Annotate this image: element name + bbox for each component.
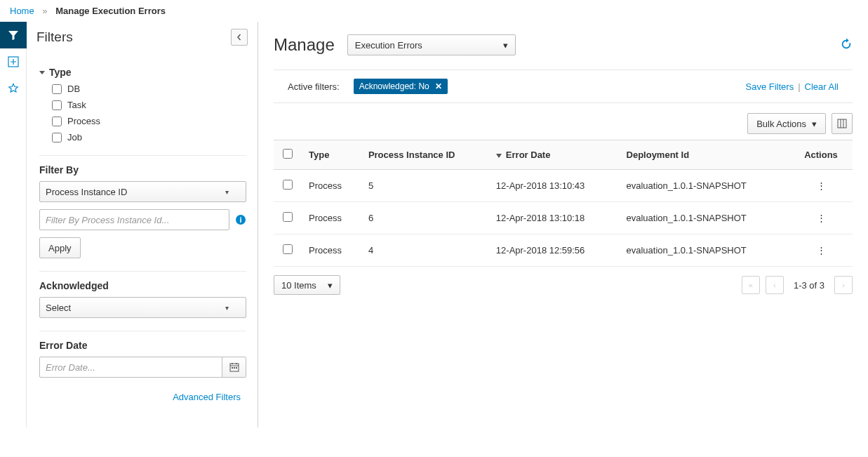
info-icon[interactable]: i [235, 214, 246, 225]
active-filters-label: Active filters: [288, 81, 340, 92]
errordate-input[interactable] [39, 357, 222, 378]
pager-prev-button[interactable]: ‹ [766, 276, 784, 294]
col-date[interactable]: Error Date [489, 140, 620, 170]
type-option-db[interactable]: DB [52, 84, 246, 94]
page-size-select[interactable]: 10 Items ▾ [274, 275, 340, 295]
breadcrumb-home[interactable]: Home [10, 6, 34, 16]
chevron-down-icon: ▾ [225, 188, 229, 196]
bulk-actions-button[interactable]: Bulk Actions ▾ [747, 113, 826, 134]
svg-rect-6 [236, 367, 237, 369]
svg-rect-5 [234, 367, 235, 369]
cell-pid: 5 [361, 170, 489, 202]
ack-select[interactable]: Select ▾ [39, 297, 246, 318]
filters-title: Filters [36, 29, 73, 45]
type-option-process[interactable]: Process [52, 116, 246, 126]
type-label-db: DB [67, 84, 80, 94]
section-type-header[interactable]: Type [39, 67, 246, 78]
pager: « ‹ 1-3 of 3 › [742, 276, 853, 294]
chevron-down-icon: ▾ [225, 304, 229, 312]
type-label-job: Job [67, 132, 82, 143]
ack-selected: Select [46, 303, 71, 313]
filterby-selected: Process Instance ID [46, 187, 127, 197]
section-ack-header: Acknowledged [39, 280, 246, 291]
refresh-button[interactable] [840, 38, 853, 53]
cell-type: Process [302, 234, 361, 267]
breadcrumb: Home » Manage Execution Errors [0, 0, 868, 22]
type-option-task[interactable]: Task [52, 100, 246, 110]
col-type[interactable]: Type [302, 140, 361, 170]
calendar-button[interactable] [222, 357, 246, 378]
page-size-label: 10 Items [281, 280, 316, 291]
save-filters-link[interactable]: Save Filters [746, 81, 794, 92]
advanced-filters-link[interactable]: Advanced Filters [173, 392, 241, 402]
col-actions: Actions [789, 140, 853, 170]
divider: | [798, 81, 800, 92]
columns-button[interactable] [832, 113, 853, 134]
type-label-process: Process [67, 116, 100, 126]
cell-date: 12-Apr-2018 12:59:56 [489, 234, 620, 267]
cell-date: 12-Apr-2018 13:10:18 [489, 202, 620, 234]
chevron-down-icon: ▾ [812, 119, 817, 129]
funnel-icon [8, 29, 19, 41]
manage-dropdown[interactable]: Execution Errors ▾ [347, 34, 516, 55]
clear-all-link[interactable]: Clear All [805, 81, 839, 92]
type-label-task: Task [67, 100, 86, 110]
row-actions-button[interactable]: ⋮ [817, 245, 826, 256]
row-checkbox[interactable] [283, 244, 293, 254]
table-row: Process612-Apr-2018 13:10:18evaluation_1… [274, 202, 853, 234]
divider [39, 271, 246, 272]
bulk-actions-label: Bulk Actions [756, 119, 806, 129]
cell-type: Process [302, 202, 361, 234]
rail-add-button[interactable] [0, 48, 27, 75]
pager-next-button[interactable]: › [834, 276, 853, 294]
col-dep[interactable]: Deployment Id [620, 140, 789, 170]
section-errordate-header: Error Date [39, 340, 246, 351]
rail-filters-button[interactable] [0, 22, 27, 48]
plus-box-icon [8, 56, 19, 67]
apply-button[interactable]: Apply [39, 237, 81, 258]
divider [39, 155, 246, 156]
cell-dep: evaluation_1.0.1-SNAPSHOT [620, 170, 789, 202]
select-all-checkbox[interactable] [283, 149, 293, 159]
columns-icon [837, 119, 847, 128]
rail-star-button[interactable] [0, 75, 27, 102]
collapse-filters-button[interactable] [231, 29, 248, 46]
cell-pid: 4 [361, 234, 489, 267]
row-actions-button[interactable]: ⋮ [817, 180, 826, 191]
type-checkbox-db[interactable] [52, 84, 62, 94]
breadcrumb-sep-icon: » [42, 6, 47, 16]
table-row: Process512-Apr-2018 13:10:43evaluation_1… [274, 170, 853, 202]
refresh-icon [840, 38, 853, 51]
row-checkbox[interactable] [283, 180, 293, 190]
divider [39, 331, 246, 331]
filters-panel: Filters Type DB Task Process Job Filter … [27, 22, 258, 428]
row-checkbox[interactable] [283, 212, 293, 222]
page-title: Manage [274, 35, 335, 55]
cell-type: Process [302, 170, 361, 202]
filterby-input[interactable] [39, 209, 229, 230]
active-filter-chip: Acknowledged: No ✕ [354, 79, 448, 94]
pager-info: 1-3 of 3 [794, 280, 824, 291]
row-actions-button[interactable]: ⋮ [817, 213, 826, 223]
section-filterby-header: Filter By [39, 164, 246, 175]
cell-dep: evaluation_1.0.1-SNAPSHOT [620, 234, 789, 267]
errors-table: Type Process Instance ID Error Date Depl… [274, 140, 853, 267]
svg-text:i: i [239, 216, 241, 224]
type-checkbox-job[interactable] [52, 133, 62, 143]
remove-filter-button[interactable]: ✕ [435, 81, 442, 91]
svg-rect-7 [838, 119, 846, 128]
type-checkbox-process[interactable] [52, 117, 62, 126]
breadcrumb-current: Manage Execution Errors [55, 6, 166, 16]
type-checkbox-task[interactable] [52, 100, 62, 110]
filterby-select[interactable]: Process Instance ID ▾ [39, 181, 246, 202]
main-content: Manage Execution Errors ▾ Active filters… [258, 22, 868, 428]
cell-date: 12-Apr-2018 13:10:43 [489, 170, 620, 202]
chevron-down-icon: ▾ [503, 40, 508, 51]
table-row: Process412-Apr-2018 12:59:56evaluation_1… [274, 234, 853, 267]
col-pid[interactable]: Process Instance ID [361, 140, 489, 170]
type-option-job[interactable]: Job [52, 132, 246, 143]
pager-first-button[interactable]: « [742, 276, 760, 294]
active-filter-chip-text: Acknowledged: No [359, 81, 429, 91]
svg-rect-4 [232, 367, 233, 369]
star-icon [8, 83, 19, 94]
